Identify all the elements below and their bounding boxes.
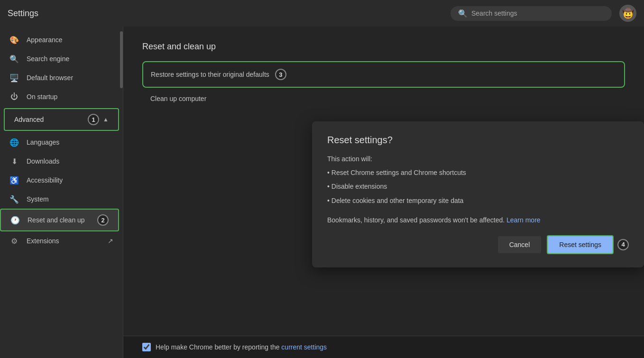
sidebar-item-label: System — [27, 195, 49, 203]
section-title: Reset and clean up — [142, 42, 625, 52]
default-browser-icon: 🖥️ — [9, 73, 19, 83]
search-bar[interactable]: 🔍 — [451, 6, 612, 21]
reset-cleanup-icon: 🕐 — [10, 215, 20, 225]
annotation-badge-3: 3 — [275, 69, 286, 80]
settings-item-clean-computer[interactable]: Clean up computer — [142, 88, 625, 110]
learn-more-link[interactable]: Learn more — [506, 216, 541, 224]
reset-settings-dialog: Reset settings? This action will: • Rese… — [312, 121, 644, 267]
sidebar-extensions[interactable]: ⚙ Extensions ↗ — [0, 231, 123, 250]
main-content: Reset and clean up Restore settings to t… — [123, 27, 644, 358]
avatar: 🤠 — [619, 5, 636, 22]
dialog-intro: This action will: — [327, 153, 629, 165]
reset-settings-button[interactable]: Reset settings — [547, 235, 614, 254]
languages-icon: 🌐 — [9, 138, 19, 147]
sidebar-item-label: Downloads — [27, 157, 59, 165]
dialog-bullet-2: • Disable extensions — [327, 181, 629, 193]
sidebar: 🎨 Appearance 🔍 Search engine 🖥️ Default … — [0, 27, 123, 358]
sidebar-item-downloads[interactable]: ⬇ Downloads — [0, 152, 119, 171]
footer-bar: Help make Chrome better by reporting the… — [123, 336, 644, 358]
annotation-badge-1: 1 — [88, 114, 99, 125]
sidebar-item-search-engine[interactable]: 🔍 Search engine — [0, 49, 119, 68]
search-engine-icon: 🔍 — [9, 54, 19, 64]
sidebar-advanced-header[interactable]: Advanced 1 ▲ — [4, 108, 119, 131]
dialog-title: Reset settings? — [327, 135, 629, 146]
sidebar-item-reset-cleanup[interactable]: 🕐 Reset and clean up 2 — [0, 209, 119, 231]
sidebar-item-appearance[interactable]: 🎨 Appearance — [0, 30, 119, 49]
sidebar-item-on-startup[interactable]: ⏻ On startup — [0, 87, 119, 106]
sidebar-item-label: Accessibility — [27, 176, 63, 184]
external-link-icon: ↗ — [108, 237, 113, 245]
extensions-label: Extensions — [27, 237, 59, 245]
sidebar-item-languages[interactable]: 🌐 Languages — [0, 133, 119, 152]
dialog-actions: Cancel Reset settings 4 — [327, 235, 629, 254]
annotation-badge-4: 4 — [617, 239, 629, 250]
footer-text: Help make Chrome better by reporting the… — [156, 343, 327, 351]
sidebar-item-accessibility[interactable]: ♿ Accessibility — [0, 171, 119, 190]
dialog-note: Bookmarks, history, and saved passwords … — [327, 216, 629, 224]
settings-item-restore-defaults[interactable]: Restore settings to their original defau… — [142, 61, 625, 88]
dialog-body: This action will: • Reset Chrome setting… — [327, 153, 629, 207]
search-icon: 🔍 — [458, 9, 468, 18]
header: Settings 🔍 🤠 — [0, 0, 644, 27]
advanced-label: Advanced — [14, 116, 44, 123]
app-title: Settings — [8, 9, 38, 18]
sidebar-item-label: On startup — [27, 93, 57, 101]
accessibility-icon: ♿ — [9, 175, 19, 185]
layout: 🎨 Appearance 🔍 Search engine 🖥️ Default … — [0, 27, 644, 358]
sidebar-item-label: Languages — [27, 138, 59, 146]
extensions-icon: ⚙ — [9, 236, 19, 246]
on-startup-icon: ⏻ — [9, 92, 19, 101]
help-chrome-checkbox[interactable] — [142, 343, 151, 351]
advanced-chevron-icon: ▲ — [103, 116, 109, 123]
sidebar-item-system[interactable]: 🔧 System — [0, 190, 119, 209]
sidebar-item-label: Search engine — [27, 55, 69, 63]
appearance-icon: 🎨 — [9, 35, 19, 45]
sidebar-item-label: Reset and clean up — [28, 216, 85, 224]
sidebar-item-default-browser[interactable]: 🖥️ Default browser — [0, 68, 119, 87]
cancel-button[interactable]: Cancel — [498, 236, 542, 253]
dialog-bullet-3: • Delete cookies and other temporary sit… — [327, 195, 629, 207]
sidebar-item-label: Default browser — [27, 74, 73, 82]
system-icon: 🔧 — [9, 194, 19, 204]
downloads-icon: ⬇ — [9, 156, 19, 166]
sidebar-item-label: Appearance — [27, 36, 63, 44]
dialog-bullet-1: • Reset Chrome settings and Chrome short… — [327, 167, 629, 179]
annotation-badge-2: 2 — [97, 214, 109, 226]
restore-defaults-text: Restore settings to their original defau… — [151, 71, 269, 78]
search-input[interactable] — [471, 9, 604, 17]
current-settings-link[interactable]: current settings — [281, 343, 327, 351]
clean-computer-text: Clean up computer — [150, 95, 206, 102]
